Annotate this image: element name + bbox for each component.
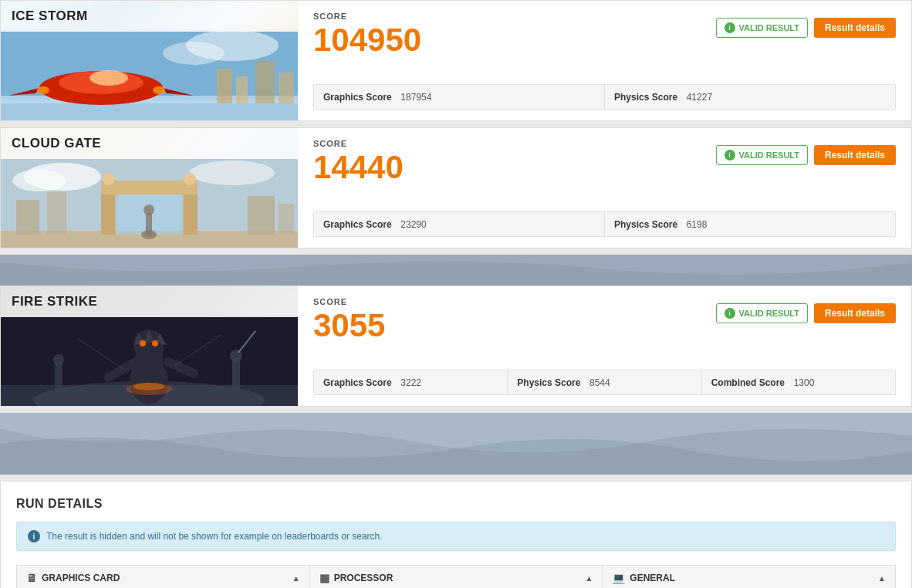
icestorm-graphics-cell: Graphics Score 187954 bbox=[314, 85, 605, 109]
svg-rect-29 bbox=[248, 196, 275, 235]
firestrike-score-header: SCORE 3055 i VALID RESULT Result details bbox=[313, 297, 896, 343]
svg-point-47 bbox=[152, 340, 158, 346]
cloudgate-valid-label: VALID RESULT bbox=[739, 150, 799, 160]
icestorm-scores-table: Graphics Score 187954 Physics Score 4122… bbox=[313, 84, 896, 110]
general-expand-icon[interactable]: ▲ bbox=[878, 574, 886, 583]
firestrike-score-label: SCORE bbox=[313, 297, 385, 306]
icestorm-physics-cell: Physics Score 41227 bbox=[605, 85, 895, 109]
info-banner-message: The result is hidden and will not be sho… bbox=[46, 531, 383, 542]
cloudgate-graphics-label: Graphics Score bbox=[323, 219, 392, 230]
info-icon: i bbox=[725, 150, 735, 161]
graphics-expand-icon[interactable]: ▲ bbox=[292, 574, 300, 583]
firestrike-valid-badge[interactable]: i VALID RESULT bbox=[716, 303, 808, 323]
cloudgate-score-block: SCORE 14440 bbox=[313, 139, 404, 185]
info-icon: i bbox=[725, 308, 735, 319]
icestorm-score-block: SCORE 104950 bbox=[313, 12, 421, 58]
svg-point-2 bbox=[163, 42, 225, 65]
svg-point-33 bbox=[144, 204, 154, 215]
icestorm-actions: i VALID RESULT Result details bbox=[716, 18, 896, 38]
firestrike-scores-table: Graphics Score 3222 Physics Score 8544 C… bbox=[313, 370, 896, 395]
monitor-icon: 🖥 bbox=[26, 572, 37, 584]
firestrike-physics-value: 8544 bbox=[589, 377, 610, 388]
cloudgate-score-label: SCORE bbox=[313, 139, 404, 148]
svg-rect-13 bbox=[236, 76, 248, 103]
large-divider bbox=[0, 413, 912, 475]
firestrike-section: FIRE STRIKE SCORE 3055 i VALID RESULT Re… bbox=[0, 286, 912, 407]
firestrike-actions: i VALID RESULT Result details bbox=[716, 303, 896, 323]
cpu-icon: ▦ bbox=[319, 572, 329, 584]
firestrike-title: FIRE STRIKE bbox=[1, 286, 298, 317]
cloudgate-image: CLOUD GATE bbox=[1, 128, 298, 248]
svg-point-49 bbox=[133, 383, 164, 390]
cloudgate-graphics-cell: Graphics Score 23290 bbox=[314, 212, 605, 236]
icestorm-title: ICE STORM bbox=[1, 1, 298, 32]
section-divider bbox=[0, 255, 912, 286]
firestrike-score-value: 3055 bbox=[313, 308, 385, 343]
svg-point-25 bbox=[103, 173, 115, 185]
processor-column: ▦ PROCESSOR ▲ Processor Intel Core i7-36… bbox=[310, 566, 603, 588]
graphics-card-header-left: 🖥 GRAPHICS CARD bbox=[26, 572, 120, 584]
icestorm-image: ICE STORM bbox=[1, 1, 298, 120]
firestrike-combined-cell: Combined Score 1300 bbox=[702, 370, 895, 394]
icestorm-graphics-label: Graphics Score bbox=[323, 92, 392, 103]
firestrike-graphics-label: Graphics Score bbox=[323, 377, 392, 388]
svg-point-18 bbox=[12, 170, 66, 191]
run-details-section: RUN DETAILS i The result is hidden and w… bbox=[0, 481, 912, 588]
cloudgate-physics-cell: Physics Score 6198 bbox=[605, 212, 895, 236]
details-columns: 🖥 GRAPHICS CARD ▲ Graphics Card NVIDIA G… bbox=[16, 565, 896, 588]
svg-point-53 bbox=[230, 350, 242, 362]
svg-rect-27 bbox=[16, 200, 39, 235]
svg-point-46 bbox=[140, 340, 146, 346]
firestrike-result-details-button[interactable]: Result details bbox=[814, 303, 896, 323]
general-header: 💻 GENERAL ▲ bbox=[603, 566, 895, 588]
graphics-card-header-label: GRAPHICS CARD bbox=[42, 573, 120, 583]
cloudgate-physics-label: Physics Score bbox=[614, 219, 677, 230]
firestrike-physics-cell: Physics Score 8544 bbox=[508, 370, 701, 394]
firestrike-scores-row: Graphics Score 3222 Physics Score 8544 C… bbox=[314, 370, 895, 394]
run-details-title: RUN DETAILS bbox=[16, 497, 896, 511]
cloudgate-result-details-button[interactable]: Result details bbox=[814, 145, 896, 165]
icestorm-valid-badge[interactable]: i VALID RESULT bbox=[716, 18, 808, 38]
firestrike-combined-label: Combined Score bbox=[711, 377, 785, 388]
icestorm-section: ICE STORM SCORE 104950 i VALID RESULT Re… bbox=[0, 0, 912, 121]
svg-rect-55 bbox=[55, 362, 62, 391]
general-column: 💻 GENERAL ▲ Operating system 64-bit Wind… bbox=[603, 566, 895, 588]
cloudgate-score-header: SCORE 14440 i VALID RESULT Result detail… bbox=[313, 139, 896, 185]
cloudgate-title: CLOUD GATE bbox=[1, 128, 298, 159]
svg-rect-12 bbox=[217, 69, 232, 103]
cloudgate-physics-value: 6198 bbox=[687, 219, 708, 230]
cloudgate-score-value: 14440 bbox=[313, 150, 404, 185]
icestorm-valid-label: VALID RESULT bbox=[739, 23, 799, 32]
svg-point-9 bbox=[90, 70, 128, 86]
processor-expand-icon[interactable]: ▲ bbox=[585, 574, 593, 583]
cloudgate-actions: i VALID RESULT Result details bbox=[716, 145, 896, 165]
firestrike-physics-label: Physics Score bbox=[517, 377, 580, 388]
graphics-card-column: 🖥 GRAPHICS CARD ▲ Graphics Card NVIDIA G… bbox=[17, 566, 310, 588]
svg-point-10 bbox=[37, 86, 49, 94]
processor-header-left: ▦ PROCESSOR bbox=[319, 572, 394, 584]
icestorm-score-value: 104950 bbox=[313, 22, 421, 58]
firestrike-image: FIRE STRIKE bbox=[1, 286, 298, 406]
firestrike-score-block: SCORE 3055 bbox=[313, 297, 385, 343]
info-banner: i The result is hidden and will not be s… bbox=[16, 522, 896, 551]
icestorm-physics-label: Physics Score bbox=[614, 92, 677, 103]
svg-rect-28 bbox=[47, 192, 66, 235]
cloudgate-graphics-value: 23290 bbox=[400, 219, 426, 230]
info-icon: i bbox=[725, 22, 735, 33]
icestorm-content: SCORE 104950 i VALID RESULT Result detai… bbox=[298, 1, 911, 120]
svg-rect-15 bbox=[279, 73, 294, 103]
svg-rect-30 bbox=[279, 204, 294, 235]
processor-header: ▦ PROCESSOR ▲ bbox=[310, 566, 603, 588]
graphics-card-header: 🖥 GRAPHICS CARD ▲ bbox=[17, 566, 309, 588]
icestorm-result-details-button[interactable]: Result details bbox=[814, 18, 896, 38]
cloudgate-scores-table: Graphics Score 23290 Physics Score 6198 bbox=[313, 211, 896, 237]
info-banner-icon: i bbox=[28, 530, 40, 542]
svg-rect-14 bbox=[255, 61, 275, 103]
svg-point-11 bbox=[153, 86, 165, 94]
svg-point-56 bbox=[53, 354, 64, 365]
cloudgate-valid-badge[interactable]: i VALID RESULT bbox=[716, 145, 808, 165]
firestrike-content: SCORE 3055 i VALID RESULT Result details… bbox=[298, 286, 911, 406]
laptop-icon: 💻 bbox=[612, 572, 625, 584]
firestrike-graphics-value: 3222 bbox=[400, 377, 421, 388]
cloudgate-scores-row: Graphics Score 23290 Physics Score 6198 bbox=[314, 212, 895, 236]
